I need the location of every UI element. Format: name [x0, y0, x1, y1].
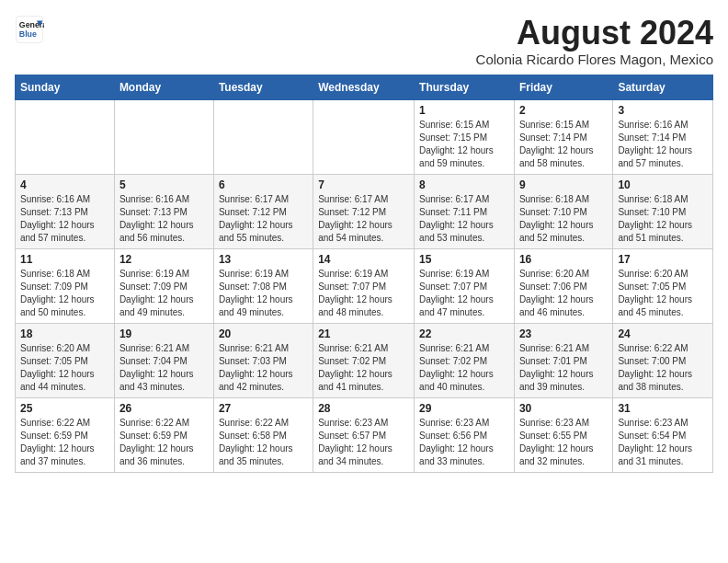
day-info: Sunrise: 6:23 AM Sunset: 6:54 PM Dayligh…	[618, 417, 708, 468]
day-number: 9	[519, 178, 608, 191]
calendar-cell: 14Sunrise: 6:19 AM Sunset: 7:07 PM Dayli…	[313, 248, 415, 323]
logo-icon: General Blue	[15, 15, 44, 44]
calendar-cell: 29Sunrise: 6:23 AM Sunset: 6:56 PM Dayli…	[415, 397, 515, 472]
calendar-cell	[114, 99, 213, 174]
day-number: 23	[519, 327, 608, 340]
day-number: 29	[419, 402, 509, 415]
calendar-cell: 15Sunrise: 6:19 AM Sunset: 7:07 PM Dayli…	[415, 248, 515, 323]
day-info: Sunrise: 6:20 AM Sunset: 7:05 PM Dayligh…	[618, 268, 708, 319]
day-info: Sunrise: 6:20 AM Sunset: 7:06 PM Dayligh…	[519, 268, 608, 319]
day-number: 27	[219, 402, 308, 415]
calendar-cell: 18Sunrise: 6:20 AM Sunset: 7:05 PM Dayli…	[16, 323, 115, 397]
day-info: Sunrise: 6:17 AM Sunset: 7:12 PM Dayligh…	[219, 193, 308, 245]
calendar-week-row: 1Sunrise: 6:15 AM Sunset: 7:15 PM Daylig…	[16, 99, 713, 174]
day-number: 2	[519, 104, 608, 117]
day-number: 31	[618, 402, 708, 415]
month-year: August 2024	[476, 15, 713, 52]
calendar-week-row: 25Sunrise: 6:22 AM Sunset: 6:59 PM Dayli…	[16, 397, 713, 472]
day-number: 4	[20, 178, 109, 191]
calendar-cell: 30Sunrise: 6:23 AM Sunset: 6:55 PM Dayli…	[514, 397, 612, 472]
day-info: Sunrise: 6:15 AM Sunset: 7:14 PM Dayligh…	[519, 119, 608, 170]
day-info: Sunrise: 6:21 AM Sunset: 7:02 PM Dayligh…	[318, 342, 409, 394]
day-info: Sunrise: 6:19 AM Sunset: 7:08 PM Dayligh…	[219, 268, 308, 319]
day-info: Sunrise: 6:21 AM Sunset: 7:01 PM Dayligh…	[519, 342, 608, 394]
weekday-header-cell: Tuesday	[213, 75, 313, 99]
calendar-cell: 17Sunrise: 6:20 AM Sunset: 7:05 PM Dayli…	[613, 248, 713, 323]
day-number: 7	[318, 178, 409, 191]
day-number: 13	[219, 253, 308, 266]
day-info: Sunrise: 6:18 AM Sunset: 7:09 PM Dayligh…	[20, 268, 109, 319]
calendar-cell: 10Sunrise: 6:18 AM Sunset: 7:10 PM Dayli…	[613, 174, 713, 248]
svg-text:Blue: Blue	[19, 29, 37, 39]
calendar-cell: 12Sunrise: 6:19 AM Sunset: 7:09 PM Dayli…	[114, 248, 213, 323]
day-number: 19	[119, 327, 209, 340]
calendar-cell: 5Sunrise: 6:16 AM Sunset: 7:13 PM Daylig…	[114, 174, 213, 248]
calendar-body: 1Sunrise: 6:15 AM Sunset: 7:15 PM Daylig…	[16, 99, 713, 472]
calendar-cell: 27Sunrise: 6:22 AM Sunset: 6:58 PM Dayli…	[213, 397, 313, 472]
day-number: 14	[318, 253, 409, 266]
day-number: 8	[419, 178, 509, 191]
day-number: 15	[419, 253, 509, 266]
day-number: 26	[119, 402, 209, 415]
day-info: Sunrise: 6:15 AM Sunset: 7:15 PM Dayligh…	[419, 119, 509, 170]
calendar-cell: 7Sunrise: 6:17 AM Sunset: 7:12 PM Daylig…	[313, 174, 415, 248]
weekday-header-cell: Saturday	[613, 75, 713, 99]
day-number: 10	[618, 178, 708, 191]
day-number: 28	[318, 402, 409, 415]
calendar-cell	[313, 99, 415, 174]
calendar-cell: 1Sunrise: 6:15 AM Sunset: 7:15 PM Daylig…	[415, 99, 515, 174]
weekday-header-row: SundayMondayTuesdayWednesdayThursdayFrid…	[16, 75, 713, 99]
day-info: Sunrise: 6:23 AM Sunset: 6:55 PM Dayligh…	[519, 417, 608, 468]
day-info: Sunrise: 6:21 AM Sunset: 7:04 PM Dayligh…	[119, 342, 209, 394]
calendar-cell: 9Sunrise: 6:18 AM Sunset: 7:10 PM Daylig…	[514, 174, 612, 248]
calendar-week-row: 11Sunrise: 6:18 AM Sunset: 7:09 PM Dayli…	[16, 248, 713, 323]
calendar-cell: 4Sunrise: 6:16 AM Sunset: 7:13 PM Daylig…	[16, 174, 115, 248]
day-number: 3	[618, 104, 708, 117]
weekday-header-cell: Thursday	[415, 75, 515, 99]
day-info: Sunrise: 6:23 AM Sunset: 6:57 PM Dayligh…	[318, 417, 409, 468]
calendar-week-row: 18Sunrise: 6:20 AM Sunset: 7:05 PM Dayli…	[16, 323, 713, 397]
day-info: Sunrise: 6:22 AM Sunset: 7:00 PM Dayligh…	[618, 342, 708, 394]
location: Colonia Ricardo Flores Magon, Mexico	[476, 52, 713, 67]
day-number: 21	[318, 327, 409, 340]
calendar-table: SundayMondayTuesdayWednesdayThursdayFrid…	[15, 75, 713, 473]
day-info: Sunrise: 6:23 AM Sunset: 6:56 PM Dayligh…	[419, 417, 509, 468]
day-info: Sunrise: 6:19 AM Sunset: 7:07 PM Dayligh…	[419, 268, 509, 319]
day-info: Sunrise: 6:21 AM Sunset: 7:02 PM Dayligh…	[419, 342, 509, 394]
calendar-cell: 2Sunrise: 6:15 AM Sunset: 7:14 PM Daylig…	[514, 99, 612, 174]
calendar-cell: 22Sunrise: 6:21 AM Sunset: 7:02 PM Dayli…	[415, 323, 515, 397]
day-info: Sunrise: 6:22 AM Sunset: 6:59 PM Dayligh…	[119, 417, 209, 468]
calendar-cell: 23Sunrise: 6:21 AM Sunset: 7:01 PM Dayli…	[514, 323, 612, 397]
logo: General Blue	[15, 15, 44, 44]
page-header: General Blue August 2024 Colonia Ricardo…	[15, 15, 713, 67]
calendar-cell: 26Sunrise: 6:22 AM Sunset: 6:59 PM Dayli…	[114, 397, 213, 472]
calendar-cell: 25Sunrise: 6:22 AM Sunset: 6:59 PM Dayli…	[16, 397, 115, 472]
calendar-cell: 24Sunrise: 6:22 AM Sunset: 7:00 PM Dayli…	[613, 323, 713, 397]
day-number: 20	[219, 327, 308, 340]
calendar-cell: 16Sunrise: 6:20 AM Sunset: 7:06 PM Dayli…	[514, 248, 612, 323]
day-info: Sunrise: 6:19 AM Sunset: 7:07 PM Dayligh…	[318, 268, 409, 319]
day-info: Sunrise: 6:19 AM Sunset: 7:09 PM Dayligh…	[119, 268, 209, 319]
day-info: Sunrise: 6:20 AM Sunset: 7:05 PM Dayligh…	[20, 342, 109, 394]
calendar-cell: 6Sunrise: 6:17 AM Sunset: 7:12 PM Daylig…	[213, 174, 313, 248]
calendar-cell: 11Sunrise: 6:18 AM Sunset: 7:09 PM Dayli…	[16, 248, 115, 323]
day-number: 6	[219, 178, 308, 191]
weekday-header-cell: Wednesday	[313, 75, 415, 99]
day-number: 5	[119, 178, 209, 191]
day-number: 18	[20, 327, 109, 340]
day-number: 17	[618, 253, 708, 266]
day-number: 11	[20, 253, 109, 266]
weekday-header-cell: Monday	[114, 75, 213, 99]
day-info: Sunrise: 6:16 AM Sunset: 7:13 PM Dayligh…	[119, 193, 209, 245]
day-number: 1	[419, 104, 509, 117]
calendar-cell: 8Sunrise: 6:17 AM Sunset: 7:11 PM Daylig…	[415, 174, 515, 248]
calendar-cell: 28Sunrise: 6:23 AM Sunset: 6:57 PM Dayli…	[313, 397, 415, 472]
day-info: Sunrise: 6:17 AM Sunset: 7:12 PM Dayligh…	[318, 193, 409, 245]
calendar-cell: 21Sunrise: 6:21 AM Sunset: 7:02 PM Dayli…	[313, 323, 415, 397]
calendar-week-row: 4Sunrise: 6:16 AM Sunset: 7:13 PM Daylig…	[16, 174, 713, 248]
day-number: 25	[20, 402, 109, 415]
day-info: Sunrise: 6:18 AM Sunset: 7:10 PM Dayligh…	[519, 193, 608, 245]
calendar-cell: 19Sunrise: 6:21 AM Sunset: 7:04 PM Dayli…	[114, 323, 213, 397]
day-info: Sunrise: 6:17 AM Sunset: 7:11 PM Dayligh…	[419, 193, 509, 245]
day-number: 24	[618, 327, 708, 340]
